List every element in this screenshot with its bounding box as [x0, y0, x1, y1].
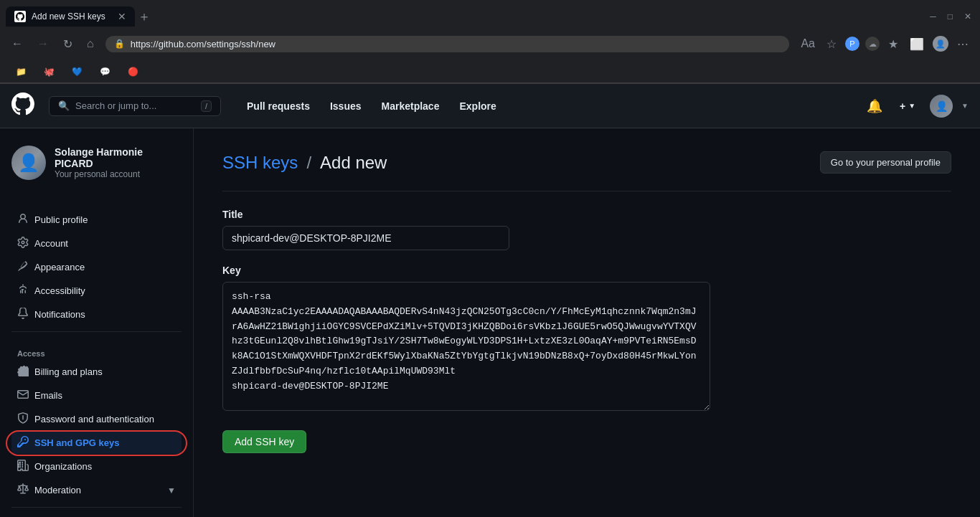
- sidebar-item-emails[interactable]: Emails: [11, 384, 182, 407]
- url-text: https://github.com/settings/ssh/new: [131, 39, 781, 49]
- notifications-btn[interactable]: 🔔: [864, 95, 885, 117]
- title-input[interactable]: [222, 226, 509, 250]
- shield-icon: [17, 412, 29, 426]
- bookmark-github-icon: 🐙: [44, 67, 55, 77]
- reader-mode-icon[interactable]: Aa: [798, 34, 818, 53]
- profile-subtitle: Your personal account: [55, 169, 182, 179]
- sidebar-item-notifications[interactable]: Notifications: [11, 303, 182, 326]
- close-btn[interactable]: ✕: [961, 9, 974, 24]
- profile-avatar: 👤: [11, 146, 46, 180]
- sidebar-item-account[interactable]: Account: [11, 232, 182, 255]
- person-icon: [17, 213, 29, 227]
- sidebar-item-accessibility[interactable]: Accessibility: [11, 280, 182, 302]
- title-form-group: Title: [222, 209, 951, 250]
- nav-explore[interactable]: Explore: [451, 95, 504, 118]
- profile-section: 👤 Solange Harmonie PICARD Your personal …: [11, 146, 182, 191]
- star-icon[interactable]: ★: [885, 34, 901, 54]
- sidebar-label: Accessibility: [34, 285, 85, 296]
- refresh-btn[interactable]: ↻: [60, 34, 75, 54]
- breadcrumb-separator: /: [306, 153, 311, 173]
- github-header: 🔍 Search or jump to... / Pull requests I…: [0, 84, 980, 128]
- expand-icon: ▼: [167, 485, 176, 495]
- active-tab[interactable]: Add new SSH keys ✕: [6, 6, 135, 27]
- lock-icon: 🔒: [114, 39, 125, 49]
- bookmark-chat-icon: 💬: [100, 67, 110, 77]
- title-label: Title: [222, 209, 951, 220]
- minimize-btn[interactable]: ─: [927, 9, 939, 24]
- goto-profile-button[interactable]: Go to your personal profile: [820, 151, 951, 174]
- bookmark-folder[interactable]: 📁: [11, 65, 31, 79]
- billing-icon: [17, 365, 29, 379]
- personal-nav: Public profile Account Appearance Access…: [11, 209, 182, 326]
- sidebar-item-appearance[interactable]: Appearance: [11, 256, 182, 278]
- sidebar-item-organizations[interactable]: Organizations: [11, 455, 182, 478]
- key-textarea[interactable]: [222, 282, 710, 411]
- address-input[interactable]: 🔒 https://github.com/settings/ssh/new: [105, 36, 790, 52]
- bookmark-vscode-icon: 💙: [72, 67, 83, 77]
- forward-btn[interactable]: →: [34, 34, 52, 53]
- sidebar-label: Account: [34, 238, 68, 249]
- key-form-group: Key: [222, 265, 951, 413]
- user-profile-icon[interactable]: 👤: [933, 36, 948, 52]
- organization-icon: [17, 460, 29, 473]
- sidebar-item-billing[interactable]: Billing and plans: [11, 361, 182, 383]
- sidebar-item-password[interactable]: Password and authentication: [11, 408, 182, 430]
- profile-info: Solange Harmonie PICARD Your personal ac…: [55, 146, 182, 179]
- main-nav: Pull requests Issues Marketplace Explore: [238, 95, 505, 118]
- bookmark-alert[interactable]: 🔴: [123, 65, 143, 79]
- collections-icon[interactable]: ⬜: [907, 34, 927, 54]
- more-options-icon[interactable]: ⋯: [954, 34, 971, 54]
- add-ssh-key-button[interactable]: Add SSH key: [222, 430, 306, 453]
- sidebar-item-moderation[interactable]: Moderation ▼: [11, 479, 182, 501]
- bookmark-alert-icon: 🔴: [128, 67, 138, 77]
- bookmark-bar: 📁 🐙 💙 💬 🔴: [0, 60, 980, 83]
- bookmark-vscode[interactable]: 💙: [67, 65, 87, 79]
- content-divider: [222, 191, 951, 191]
- page-title: Add new: [320, 153, 387, 173]
- main-content: SSH keys / Add new Go to your personal p…: [194, 128, 980, 517]
- home-btn[interactable]: ⌂: [84, 34, 97, 53]
- paintbrush-icon: [17, 260, 29, 274]
- search-icon: 🔍: [58, 100, 70, 111]
- plus-label: +: [900, 100, 905, 112]
- accessibility-icon: [17, 284, 29, 298]
- search-placeholder-text: Search or jump to...: [75, 100, 156, 111]
- sidebar-item-ssh-gpg[interactable]: SSH and GPG keys: [11, 432, 182, 454]
- main-layout: 👤 Solange Harmonie PICARD Your personal …: [0, 128, 980, 517]
- mail-icon: [17, 389, 29, 402]
- key-icon: [17, 436, 29, 450]
- toolbar-icons: Aa ☆ P ☁ ★ ⬜ 👤 ⋯: [798, 34, 971, 54]
- code-section-label: Code, planning, and automation: [11, 513, 182, 517]
- sidebar-label: Billing and plans: [34, 366, 103, 377]
- nav-marketplace[interactable]: Marketplace: [373, 95, 448, 118]
- avatar-img: 👤: [936, 100, 948, 112]
- sidebar-label: Public profile: [34, 214, 88, 225]
- maximize-btn[interactable]: □: [945, 9, 956, 24]
- nav-pull-requests[interactable]: Pull requests: [238, 95, 319, 118]
- create-new-btn[interactable]: + ▼: [894, 97, 921, 115]
- extension-icon1[interactable]: P: [845, 37, 859, 51]
- nav-issues[interactable]: Issues: [321, 95, 370, 118]
- user-avatar[interactable]: 👤: [930, 95, 953, 118]
- favorites-icon[interactable]: ☆: [824, 34, 839, 54]
- sidebar-label: Emails: [34, 390, 62, 401]
- sidebar-item-public-profile[interactable]: Public profile: [11, 209, 182, 231]
- sidebar-label: Password and authentication: [34, 414, 154, 424]
- extension-icon2[interactable]: ☁: [865, 37, 880, 51]
- moderation-icon: [17, 483, 29, 497]
- address-bar: ← → ↻ ⌂ 🔒 https://github.com/settings/ss…: [0, 27, 980, 60]
- github-logo[interactable]: [11, 93, 34, 120]
- back-btn[interactable]: ←: [9, 34, 26, 53]
- sidebar-label: Moderation: [34, 485, 81, 495]
- access-section-label: Access: [11, 338, 182, 361]
- tab-bar: Add new SSH keys ✕ ＋ ─ □ ✕: [0, 0, 980, 27]
- bookmark-chat[interactable]: 💬: [95, 65, 115, 79]
- search-box[interactable]: 🔍 Search or jump to... /: [49, 96, 221, 116]
- new-tab-btn[interactable]: ＋: [138, 8, 151, 25]
- breadcrumb-ssh-keys[interactable]: SSH keys: [222, 153, 298, 173]
- page-header: SSH keys / Add new Go to your personal p…: [222, 151, 951, 174]
- bookmark-github[interactable]: 🐙: [39, 65, 59, 79]
- page-title-row: SSH keys / Add new: [222, 153, 387, 173]
- bookmark-folder-icon: 📁: [16, 67, 27, 77]
- tab-close-btn[interactable]: ✕: [118, 11, 126, 22]
